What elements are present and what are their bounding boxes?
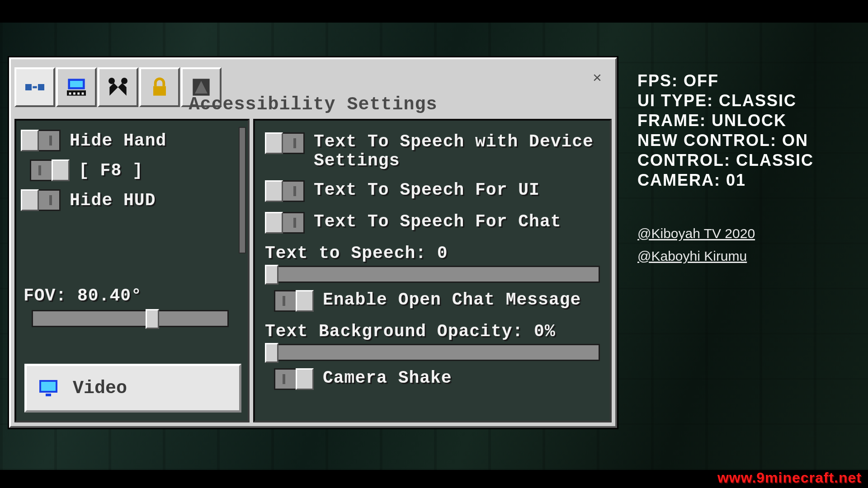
tts-slider[interactable] — [265, 266, 600, 283]
left-panel: Hide Hand [ F8 ] Hide HUD FOV: 80.40° — [14, 119, 250, 422]
tts-slider-label: Text to Speech: 0 — [265, 244, 600, 263]
svg-rect-16 — [41, 382, 56, 391]
tts-ui-toggle[interactable] — [265, 180, 305, 202]
camera-shake-row: Camera Shake — [274, 368, 600, 390]
fov-group: FOV: 80.40° — [21, 279, 234, 327]
tts-device-toggle[interactable] — [265, 132, 305, 154]
fov-slider[interactable] — [32, 310, 229, 327]
credit-line-1: @Kiboyah TV 2020 — [637, 226, 755, 241]
hide-hand-label: Hide Hand — [70, 131, 166, 150]
camera-shake-label: Camera Shake — [323, 368, 452, 388]
overlay-new-control: NEW CONTROL: ON — [637, 131, 814, 150]
credits: @Kiboyah TV 2020 @Kaboyhi Kirumu — [637, 226, 755, 271]
tts-ui-row: Text To Speech For UI — [265, 180, 600, 202]
letterbox-top — [0, 0, 868, 23]
fov-label: FOV: 80.40° — [24, 286, 234, 305]
open-chat-row: Enable Open Chat Message — [274, 290, 600, 312]
modal-header: Accessibility Settings × — [11, 59, 615, 117]
video-button-label: Video — [73, 378, 127, 399]
hide-hud-label: Hide HUD — [70, 191, 156, 210]
bg-opacity-slider[interactable] — [265, 344, 600, 361]
hide-hand-row: Hide Hand — [21, 130, 248, 151]
monitor-icon — [38, 378, 59, 398]
f8-label: [ F8 ] — [79, 161, 143, 180]
camera-shake-toggle[interactable] — [274, 368, 314, 390]
modal-title: Accessibility Settings — [11, 94, 615, 115]
open-chat-toggle[interactable] — [274, 290, 314, 312]
settings-modal: Accessibility Settings × Hide Hand [ F8 … — [9, 57, 617, 428]
bg-opacity-label: Text Background Opacity: 0% — [265, 322, 600, 341]
tts-chat-label: Text To Speech For Chat — [314, 212, 561, 231]
overlay-frame: FRAME: UNLOCK — [637, 111, 814, 130]
close-button[interactable]: × — [588, 68, 606, 86]
svg-rect-2 — [33, 86, 37, 89]
hide-hand-toggle[interactable] — [21, 130, 61, 151]
svg-rect-17 — [46, 394, 51, 396]
open-chat-label: Enable Open Chat Message — [323, 290, 581, 310]
svg-rect-0 — [25, 84, 32, 90]
overlay-ui-type: UI TYPE: CLASSIC — [637, 91, 814, 110]
tts-chat-toggle[interactable] — [265, 212, 305, 234]
tts-ui-label: Text To Speech For UI — [314, 180, 540, 200]
tts-device-row: Text To Speech with Device Settings — [265, 132, 600, 170]
left-scrollbar[interactable] — [239, 127, 246, 253]
overlay-camera: CAMERA: 01 — [637, 171, 814, 190]
f8-toggle[interactable] — [30, 160, 70, 181]
overlay-fps: FPS: OFF — [637, 71, 814, 90]
tts-device-label: Text To Speech with Device Settings — [314, 132, 600, 170]
left-option-list: Hide Hand [ F8 ] Hide HUD — [16, 121, 248, 211]
f8-row: [ F8 ] — [30, 160, 248, 181]
svg-point-10 — [108, 78, 115, 84]
tts-chat-row: Text To Speech For Chat — [265, 212, 600, 234]
video-button[interactable]: Video — [24, 364, 241, 413]
svg-point-11 — [121, 78, 127, 84]
overlay-control: CONTROL: CLASSIC — [637, 151, 814, 170]
svg-rect-1 — [38, 84, 44, 90]
svg-rect-4 — [70, 81, 83, 87]
debug-overlay: FPS: OFF UI TYPE: CLASSIC FRAME: UNLOCK … — [637, 71, 814, 191]
watermark: www.9minecraft.net — [717, 469, 862, 486]
right-panel: Text To Speech with Device Settings Text… — [253, 119, 612, 422]
credit-line-2: @Kaboyhi Kirumu — [637, 249, 755, 264]
hide-hud-toggle[interactable] — [21, 189, 61, 211]
modal-body: Hide Hand [ F8 ] Hide HUD FOV: 80.40° — [14, 119, 612, 422]
hide-hud-row: Hide HUD — [21, 189, 248, 211]
